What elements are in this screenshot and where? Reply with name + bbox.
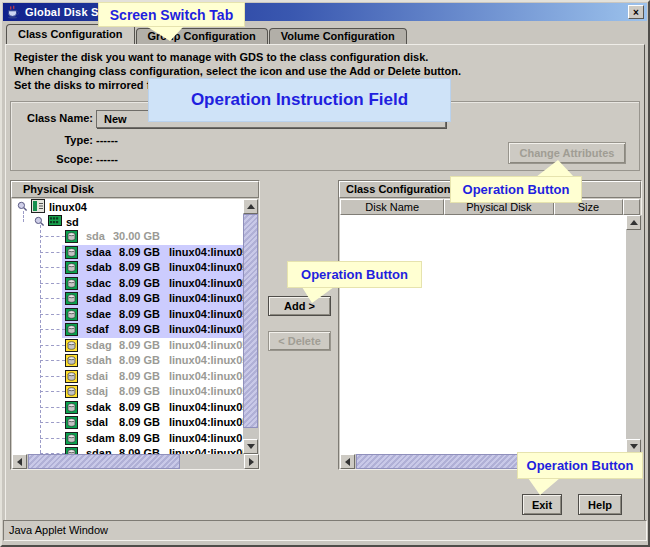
arrow-right-icon [249,458,254,466]
delete-button[interactable]: < Delete [268,331,331,351]
tree-connector [40,298,65,299]
tree-connector [40,283,65,284]
physical-disk-row-sdad[interactable]: sdad8.09 GBlinux04:linux05 [12,291,243,307]
disk-name: sdal [86,416,108,428]
callout-tail [142,25,188,43]
physical-disk-row-sdab[interactable]: sdab8.09 GBlinux04:linux05 [12,260,243,276]
callout-tail [294,286,339,305]
tree-connector [40,422,65,423]
disk-icon [65,370,78,383]
disk-host: linux04:linux05 [169,308,243,320]
type-value: ------ [96,134,118,146]
callout-operation-button-exit: Operation Button [517,452,643,479]
disk-host: linux04:linux0 [169,432,243,444]
vscroll-thumb[interactable] [243,214,258,428]
disk-size: 8.09 GB [107,432,160,444]
scroll-left-button[interactable] [12,454,27,469]
arrow-down-icon [247,444,255,449]
tree-vscrollbar[interactable] [243,199,259,454]
disk-size: 30.00 GB [107,230,160,242]
physical-disk-header: Physical Disk [11,181,259,198]
callout-operation-button-add: Operation Button [287,261,422,288]
column-header-corner [623,199,640,215]
callout-operation-button-change-attributes: Operation Button [450,176,582,203]
disk-host: linux04:linux05 [169,401,243,413]
physical-disk-row-sdan[interactable]: sdan8.09 GBlinux04:linux05 [12,446,243,454]
expand-handle-icon[interactable] [17,201,28,212]
arrow-left-icon [17,458,22,466]
physical-disk-row-sdaj[interactable]: sdaj8.09 GBlinux04:linux05 [12,384,243,400]
tree-node-host[interactable]: linux04 [17,199,87,214]
physical-disk-row-sdah[interactable]: sdah8.09 GBlinux04:linux05 [12,353,243,369]
physical-disk-row-sdam[interactable]: sdam8.09 GBlinux04:linux0 [12,431,243,447]
scroll-down-button[interactable] [243,439,258,454]
disk-icon [65,354,78,367]
scroll-up-button[interactable] [243,199,258,214]
physical-disk-row-sdaf[interactable]: sdaf8.09 GBlinux04:linux05 [12,322,243,338]
tree-node-group[interactable]: sd [34,214,79,229]
scroll-up-button[interactable] [626,215,641,230]
disk-icon [65,339,78,352]
tree-connector [40,267,65,268]
tree-connector [40,314,65,315]
scroll-right-button[interactable] [244,454,259,469]
disk-icon [65,432,78,445]
tree-connector [40,407,65,408]
tree-connector [40,376,65,377]
tab-volume-configuration[interactable]: Volume Configuration [269,28,407,44]
disk-size: 8.09 GB [107,323,160,335]
physical-disk-row-sdaa[interactable]: sdaa8.09 GBlinux04:linux05 [12,245,243,261]
exit-button[interactable]: Exit [522,494,562,515]
host-icon [31,199,45,215]
host-node-label: linux04 [49,201,87,213]
callout-operation-instruction-field: Operation Instruction Field [148,78,451,122]
help-button[interactable]: Help [578,494,622,515]
disk-name: sdaj [86,385,108,397]
disk-icon [65,323,78,336]
tab-class-configuration[interactable]: Class Configuration [6,24,135,44]
disk-icon [65,308,78,321]
close-button[interactable]: × [628,5,644,19]
disk-host: linux04:linux05 [169,416,243,428]
physical-disk-row-sdag[interactable]: sdag8.09 GBlinux04:linux05 [12,338,243,354]
physical-disk-row-sdac[interactable]: sdac8.09 GBlinux04:linux05 [12,276,243,292]
disk-size: 8.09 GB [107,447,160,454]
disk-size: 8.09 GB [107,339,160,351]
disk-host: linux04:linux05 [169,370,243,382]
disk-icon [65,401,78,414]
class-name-value: New [104,113,127,125]
arrow-left-icon [345,458,350,466]
disk-size: 8.09 GB [107,308,160,320]
scope-label: Scope: [13,153,93,165]
disk-host: linux04:linux05 [169,385,243,397]
physical-disk-tree: linux04 sd sda30.00 GBsdaa8.09 GBlinux04… [12,199,243,454]
physical-disk-row-sdae[interactable]: sdae8.09 GBlinux04:linux05 [12,307,243,323]
physical-disk-row-sdai[interactable]: sdai8.09 GBlinux04:linux05 [12,369,243,385]
physical-disk-row-sdal[interactable]: sdal8.09 GBlinux04:linux05 [12,415,243,431]
physical-disk-row-sda[interactable]: sda30.00 GB [12,229,243,245]
disk-host: linux04:linux05 [169,339,243,351]
disk-icon [65,246,78,259]
disk-host: linux04:linux05 [169,261,243,273]
column-header-disk-name[interactable]: Disk Name [340,199,444,215]
hscroll-thumb[interactable] [28,454,180,469]
disk-name: sdai [86,370,108,382]
tree-connector [40,438,65,439]
tree-hscrollbar[interactable] [12,454,259,469]
disk-size: 8.09 GB [107,292,160,304]
scroll-left-button[interactable] [340,454,355,469]
tree-connector [40,329,65,330]
class-config-disk-table [340,215,626,454]
gds-window: Global Disk Servic × Class Configuration… [0,0,650,547]
table-vscrollbar[interactable] [626,215,642,454]
disk-size: 8.09 GB [107,354,160,366]
tree-connector [40,252,65,253]
disk-icon [65,416,78,429]
physical-disk-row-sdak[interactable]: sdak8.09 GBlinux04:linux05 [12,400,243,416]
expand-handle-icon[interactable] [34,216,45,227]
disk-size: 8.09 GB [107,277,160,289]
physical-disk-panel: Physical Disk linux04 [10,180,260,470]
disk-size: 8.09 GB [107,416,160,428]
callout-screen-switch-tab: Screen Switch Tab [98,2,245,27]
disk-size: 8.09 GB [107,370,160,382]
